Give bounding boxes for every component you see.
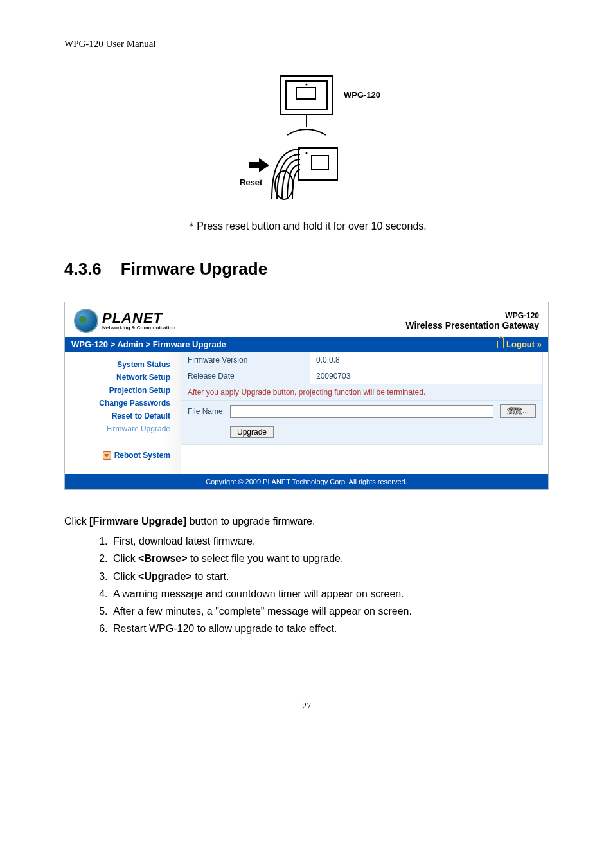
breadcrumb: WPG-120 > Admin > Firmware Upgrade [71,339,226,349]
webui-header: PLANET Networking & Communication WPG-12… [65,302,548,337]
sidebar: System Status Network Setup Projection S… [65,352,181,474]
sidebar-item-network-setup[interactable]: Network Setup [65,371,170,384]
sidebar-item-change-passwords[interactable]: Change Passwords [65,397,170,410]
svg-rect-9 [249,162,259,168]
product-tagline: Wireless Presentation Gateway [405,320,539,330]
device-diagram-svg: WPG-120 Reset [210,71,403,206]
instructions: Click [Firmware Upgrade] button to upgra… [64,512,549,637]
model-label: WPG-120 [405,311,539,320]
copyright: Copyright © 2009 PLANET Technology Corp.… [65,474,548,489]
file-name-input[interactable] [230,405,493,418]
upgrade-button[interactable]: Upgrade [230,426,274,438]
upgrade-warning: After you apply Upgrade button, projecti… [181,384,543,401]
sidebar-item-reboot[interactable]: Reboot System [65,451,170,460]
logout-link[interactable]: Logout » [497,339,542,349]
lock-icon [497,341,504,348]
logo-tagline: Networking & Communication [102,325,175,330]
webui-screenshot: PLANET Networking & Communication WPG-12… [64,302,549,490]
sidebar-item-firmware-upgrade[interactable]: Firmware Upgrade [65,422,170,435]
browse-button[interactable]: 瀏覽... [500,404,536,418]
diagram-reset-label: Reset [240,177,263,187]
diagram-device-label: WPG-120 [344,90,380,100]
logo: PLANET Networking & Communication [74,309,175,333]
svg-rect-5 [299,148,337,180]
instruction-step-3: Click <Upgrade> to start. [111,568,549,585]
sidebar-item-projection-setup[interactable]: Projection Setup [65,384,170,397]
reboot-icon [103,451,111,460]
svg-rect-6 [312,156,328,170]
content-panel: Firmware Version 0.0.0.8 Release Date 20… [181,352,548,474]
firmware-version-label: Firmware Version [181,352,310,368]
svg-rect-1 [286,81,327,109]
release-date-label: Release Date [181,368,310,384]
sidebar-item-reset-default[interactable]: Reset to Default [65,410,170,422]
instruction-step-6: Restart WPG-120 to allow upgrade to take… [111,620,549,637]
doc-header: WPG-120 User Manual [64,39,549,51]
reset-caption: ＊Press reset button and hold it for over… [64,220,549,233]
file-name-label: File Name [188,407,224,416]
section-title: Firmware Upgrade [121,259,267,278]
release-date-value: 20090703 [310,368,542,384]
sidebar-item-system-status[interactable]: System Status [65,358,170,371]
breadcrumb-bar: WPG-120 > Admin > Firmware Upgrade Logou… [65,337,548,352]
globe-icon [74,309,98,333]
section-heading: 4.3.6Firmware Upgrade [64,259,549,279]
instruction-step-4: A warning message and countdown timer wi… [111,585,549,602]
firmware-version-value: 0.0.0.8 [310,352,542,368]
instruction-step-5: After a few minutes, a "complete" messag… [111,602,549,620]
instruction-step-1: First, download latest firmware. [111,532,549,550]
device-diagram: WPG-120 Reset [64,71,549,208]
svg-rect-2 [296,87,315,99]
section-number: 4.3.6 [64,259,102,279]
page-number: 27 [64,701,549,712]
instruction-step-2: Click <Browse> to select file you want t… [111,550,549,567]
instructions-intro: Click [Firmware Upgrade] button to upgra… [64,512,549,530]
svg-marker-10 [259,158,269,172]
logo-brand: PLANET [102,311,175,325]
svg-point-7 [306,152,308,154]
svg-point-3 [306,84,308,86]
